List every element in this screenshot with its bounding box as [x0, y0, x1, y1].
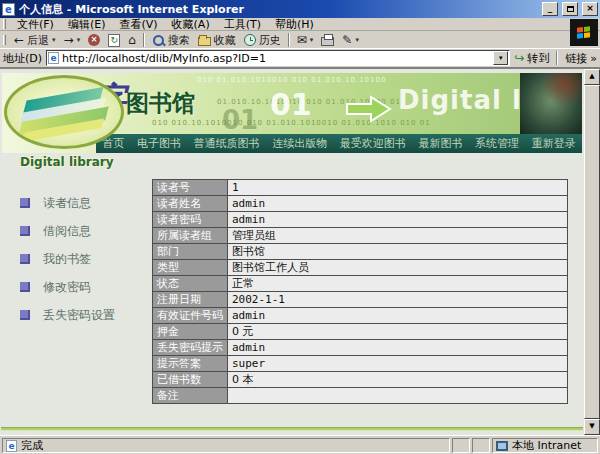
row-label: 押金 [153, 324, 228, 340]
print-button[interactable] [317, 32, 338, 48]
home-icon: ⌂ [128, 34, 136, 46]
address-url[interactable]: http://localhost/dlib/MyInfo.asp?ID=1 [62, 52, 490, 65]
page-icon: e [48, 52, 59, 64]
nav-new-books[interactable]: 最新图书 [418, 136, 462, 151]
favorites-button[interactable]: 收藏 [194, 32, 240, 48]
row-label: 读者密码 [153, 212, 228, 228]
status-done-pane: e 完成 [2, 438, 450, 453]
row-label: 所属读者组 [153, 228, 228, 244]
nav-ebooks[interactable]: 电子图书 [137, 136, 181, 151]
go-button[interactable]: ↪ 转到 [514, 51, 549, 66]
back-button[interactable]: ← 后退 ▾ [10, 32, 60, 48]
row-label: 备注 [153, 388, 228, 404]
status-done-text: 完成 [21, 438, 43, 453]
restore-button[interactable] [562, 2, 578, 16]
back-dropdown-icon[interactable]: ▾ [52, 36, 56, 44]
table-row: 已借书数0 本 [153, 372, 568, 388]
refresh-button[interactable]: ↻ [104, 32, 124, 48]
nav-paper-books[interactable]: 普通纸质图书 [194, 136, 260, 151]
status-bar: e 完成 本地 Intranet [0, 435, 600, 454]
search-button[interactable]: 搜索 [148, 32, 194, 48]
row-value: admin [228, 212, 568, 228]
status-spacer-pane [472, 438, 490, 453]
open-book-icon [16, 86, 117, 148]
nav-relogin[interactable]: 重新登录 [532, 136, 576, 151]
row-value: 管理员组 [228, 228, 568, 244]
status-zone-pane: 本地 Intranet [492, 438, 598, 453]
sidebar-item-label: 借阅信息 [43, 223, 91, 240]
scrollbar-thumb[interactable] [584, 85, 600, 419]
nav-serials[interactable]: 连续出版物 [272, 136, 327, 151]
table-row: 丢失密码提示admin [153, 340, 568, 356]
banner-face-image [520, 73, 582, 134]
table-row: 部门图书馆 [153, 244, 568, 260]
table-row: 押金0 元 [153, 324, 568, 340]
forward-icon: → [64, 34, 74, 46]
vertical-scrollbar[interactable]: ▲ ▼ [584, 69, 600, 435]
edit-icon: ✎ [342, 34, 352, 46]
logo-caption: Digital library [20, 155, 113, 169]
toolbar: ← 后退 ▾ → ▾ × ↻ ⌂ 搜索 收藏 历史 [0, 32, 568, 48]
windows-flag-icon [577, 26, 591, 39]
stop-button[interactable]: × [84, 32, 104, 48]
row-value [228, 388, 568, 404]
stop-icon: × [88, 34, 100, 46]
minimize-button[interactable]: _ [542, 2, 558, 16]
menu-file[interactable]: 文件(F) [10, 17, 61, 32]
row-value: admin [228, 308, 568, 324]
menu-favorites[interactable]: 收藏(A) [165, 17, 217, 32]
table-row: 注册日期2002-1-1 [153, 292, 568, 308]
sidebar-item-change-password[interactable]: 修改密码 [20, 273, 115, 301]
address-input[interactable]: e http://localhost/dlib/MyInfo.asp?ID=1 … [46, 50, 510, 66]
sidebar-item-reader-info[interactable]: 读者信息 [20, 189, 115, 217]
sidebar-item-label: 修改密码 [43, 279, 91, 296]
menu-view[interactable]: 查看(V) [112, 17, 164, 32]
row-label: 有效证件号码 [153, 308, 228, 324]
mail-dropdown-icon[interactable]: ▾ [310, 36, 314, 44]
ie-document-icon: e [2, 3, 15, 16]
row-value: 图书馆工作人员 [228, 260, 568, 276]
links-label: 链接 [565, 51, 587, 66]
row-label: 丢失密码提示 [153, 340, 228, 356]
favorites-folder-icon [198, 37, 211, 46]
print-icon [321, 37, 334, 46]
address-dropdown-icon[interactable]: ▾ [493, 51, 508, 65]
toolbar-separator [143, 33, 145, 47]
mail-button[interactable]: ✉ ▾ [293, 32, 318, 48]
close-button[interactable]: × [582, 2, 598, 16]
edit-button[interactable]: ✎ ▾ [338, 32, 363, 48]
forward-dropdown-icon[interactable]: ▾ [77, 36, 81, 44]
home-button[interactable]: ⌂ [124, 32, 140, 48]
table-row: 读者密码admin [153, 212, 568, 228]
history-button[interactable]: 历史 [240, 32, 285, 48]
edit-dropdown-icon[interactable]: ▾ [355, 36, 359, 44]
sidebar-item-label: 读者信息 [43, 195, 91, 212]
menu-tools[interactable]: 工具(T) [217, 17, 268, 32]
table-row: 类型图书馆工作人员 [153, 260, 568, 276]
toolbar-grip[interactable] [3, 35, 6, 45]
scroll-down-icon[interactable]: ▼ [584, 419, 600, 435]
menu-edit[interactable]: 编辑(E) [61, 17, 113, 32]
refresh-icon: ↻ [108, 34, 120, 47]
menu-help[interactable]: 帮助(H) [268, 17, 321, 32]
forward-button[interactable]: → ▾ [60, 32, 85, 48]
nav-popular-books[interactable]: 最受欢迎图书 [340, 136, 406, 151]
sidebar-item-lost-password[interactable]: 丢失密码设置 [20, 301, 115, 329]
row-label: 已借书数 [153, 372, 228, 388]
status-spacer-pane [452, 438, 470, 453]
nav-system-admin[interactable]: 系统管理 [475, 136, 519, 151]
sidebar-menu: 读者信息 借阅信息 我的书签 修改密码 丢失密码设置 [20, 189, 115, 329]
row-value: 正常 [228, 276, 568, 292]
sidebar-item-borrow-info[interactable]: 借阅信息 [20, 217, 115, 245]
site-title-sub: 图书馆 [126, 90, 195, 116]
row-value: 1 [228, 180, 568, 196]
table-row: 读者号1 [153, 180, 568, 196]
sidebar-item-bookmarks[interactable]: 我的书签 [20, 245, 115, 273]
scroll-up-icon[interactable]: ▲ [584, 69, 600, 85]
row-label: 提示答案 [153, 356, 228, 372]
menubar-grip[interactable] [3, 19, 6, 29]
binary-decoration: 010 01.010.1010010 010 01.010.10.10100 [197, 76, 386, 84]
links-bar[interactable]: 链接 » [565, 51, 597, 66]
mail-icon: ✉ [297, 34, 307, 46]
status-page-icon: e [6, 440, 17, 452]
